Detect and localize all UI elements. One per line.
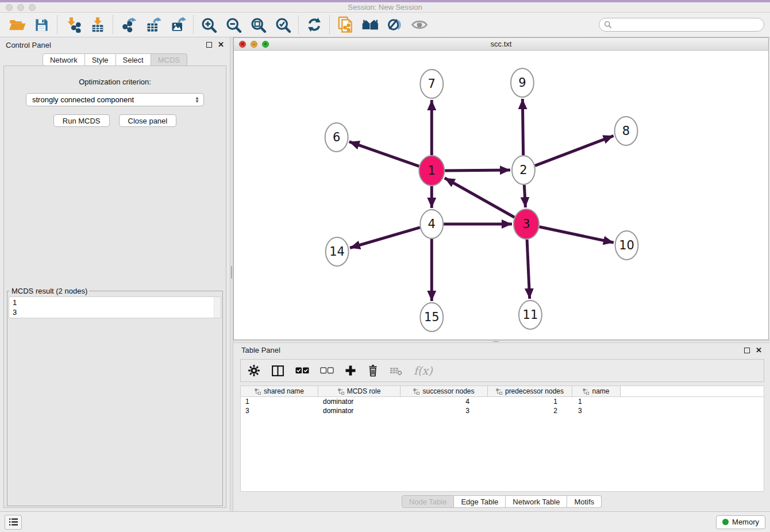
graph-node-label: 15 [424,310,440,324]
zoom-selected-icon [275,17,291,33]
zoom-in-button[interactable] [197,14,221,36]
close-panel-button[interactable]: Close panel [119,114,177,127]
graph-edge-2-9[interactable] [522,99,523,155]
import-table-button[interactable] [85,14,110,36]
table-row[interactable]: 1dominator411 [241,397,764,406]
horizontal-splitter[interactable] [233,340,770,343]
zoom-fit-button[interactable] [246,14,271,36]
clone-network-button[interactable] [333,14,357,36]
criterion-dropdown[interactable]: strongly connected component ▲▼ [26,93,204,106]
open-session-button[interactable] [5,14,29,36]
column-header-predecessor-nodes[interactable]: predecessor nodes [488,386,572,397]
export-network-button[interactable] [116,14,141,36]
table-cell[interactable]: dominator [318,398,401,406]
close-panel-icon[interactable]: ✕ [218,42,224,48]
deselect-all-button[interactable] [320,367,334,375]
graph-edge-2-8[interactable] [535,136,614,165]
add-column-button[interactable] [345,365,356,376]
delete-table-button[interactable] [390,365,403,376]
network-canvas[interactable]: 7968124314101511 [234,51,768,340]
graph-edge-1-2[interactable] [445,170,510,171]
tab-node-table[interactable]: Node Table [402,495,455,508]
table-toolbar: f(x) [240,359,764,382]
main-toolbar [0,13,770,37]
status-bar: Memory [0,511,770,532]
zoom-out-button[interactable] [221,14,246,36]
graph-edge-3-1[interactable] [445,178,515,218]
table-cell[interactable]: 2 [488,407,572,415]
tab-network[interactable]: Network [43,53,85,66]
graph-node-label: 11 [523,308,538,322]
graph-node-label: 9 [518,76,526,90]
column-header-shared-name[interactable]: shared name [241,386,318,397]
function-builder-button[interactable]: f(x) [414,364,433,377]
table-cell[interactable]: 1 [488,398,572,406]
control-panel: Control Panel ✕ Network Style Select MCD… [0,37,230,511]
open-folder-icon [9,17,26,32]
float-panel-icon[interactable] [206,42,212,48]
graph-edge-2-3[interactable] [524,185,525,207]
zoom-out-icon [225,17,242,33]
toggle-panel-button[interactable] [271,365,284,377]
tab-network-table[interactable]: Network Table [506,495,567,508]
vertical-splitter[interactable] [230,37,233,511]
table-cell[interactable]: dominator [318,407,401,415]
search-input[interactable] [615,21,759,29]
show-hidden-button[interactable] [407,14,432,36]
search-field[interactable] [599,18,764,32]
table-cell[interactable]: 4 [401,398,488,406]
delete-table-icon [390,365,403,376]
graph-edge-3-10[interactable] [539,227,613,242]
trash-icon [367,364,379,377]
tab-style[interactable]: Style [85,53,116,66]
table-cell[interactable]: 3 [241,407,318,415]
import-network-button[interactable] [60,14,85,36]
mcds-result-text[interactable]: 1 3 [9,296,221,318]
table-cell[interactable]: 1 [241,398,318,406]
graph-node-label: 6 [333,130,340,144]
column-header-MCDS-role[interactable]: MCDS role [318,386,401,397]
column-header-name[interactable]: name [572,386,621,397]
dropdown-stepper-icon: ▲▼ [195,97,199,103]
select-all-button[interactable] [295,367,309,375]
show-all-button[interactable] [357,14,382,36]
memory-label: Memory [732,518,759,526]
graph-edge-1-6[interactable] [349,142,419,167]
close-panel-icon[interactable]: ✕ [756,348,762,353]
save-session-button[interactable] [29,14,54,36]
tab-motifs[interactable]: Motifs [567,495,602,508]
table-cell[interactable]: 3 [401,407,488,415]
toolbar-separator [193,16,194,34]
refresh-button[interactable] [302,14,326,36]
task-history-button[interactable] [5,515,22,530]
export-table-button[interactable] [141,14,165,36]
graph-edge-3-11[interactable] [527,240,530,299]
control-panel-title: Control Panel [6,41,51,49]
column-type-icon [255,388,261,395]
save-disk-icon [34,17,49,33]
table-cell[interactable]: 3 [572,407,621,415]
control-panel-header: Control Panel ✕ [0,37,230,52]
hide-selected-button[interactable] [382,14,407,36]
zoom-selected-button[interactable] [271,14,295,36]
table-panel-header: Table Panel ✕ [233,343,770,357]
export-image-button[interactable] [165,14,190,36]
float-panel-icon[interactable] [744,348,750,353]
table-settings-button[interactable] [248,364,260,377]
search-icon [604,21,612,29]
run-mcds-button[interactable]: Run MCDS [53,114,110,127]
window-titlebar: Session: New Session [0,0,770,13]
column-label: MCDS role [347,387,381,395]
tab-select[interactable]: Select [116,53,151,66]
tab-mcds[interactable]: MCDS [151,53,187,66]
control-panel-tabs: Network Style Select MCDS [0,53,230,66]
graph-node-label: 10 [619,238,634,252]
toolbar-separator [329,16,330,34]
table-row[interactable]: 3dominator323 [241,406,764,415]
column-header-successor-nodes[interactable]: successor nodes [401,386,488,397]
delete-columns-button[interactable] [367,364,379,377]
memory-button[interactable]: Memory [716,515,765,529]
graph-edge-4-14[interactable] [350,228,420,248]
table-cell[interactable]: 1 [572,398,621,406]
tab-edge-table[interactable]: Edge Table [454,495,506,508]
